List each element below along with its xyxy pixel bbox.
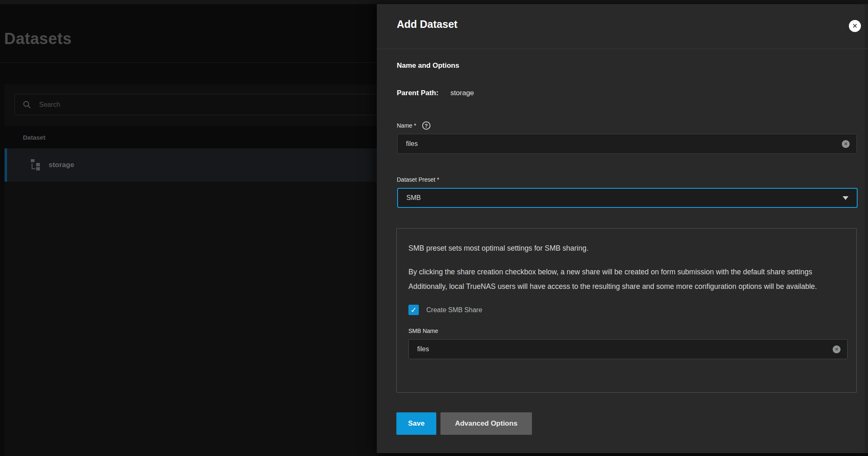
preset-field-label: Dataset Preset * — [397, 176, 439, 183]
screen: Datasets Search Dataset storage — [0, 0, 868, 456]
section-title: Name and Options — [397, 62, 459, 70]
parent-path-value: storage — [450, 89, 474, 97]
smb-name-label: SMB Name — [408, 328, 845, 334]
clear-smb-name-icon[interactable]: ✕ — [833, 345, 841, 353]
parent-path-label: Parent Path: — [397, 89, 438, 97]
preset-label-text: Dataset Preset * — [397, 176, 439, 183]
divider — [0, 62, 377, 63]
clear-name-icon[interactable]: ✕ — [842, 140, 850, 148]
checkmark-icon: ✓ — [411, 306, 417, 314]
form-actions: Save Advanced Options — [396, 412, 532, 435]
dataset-preset-select[interactable]: SMB — [397, 188, 858, 208]
close-button[interactable]: ✕ — [849, 20, 861, 32]
parent-path: Parent Path: storage — [397, 89, 474, 97]
smb-preset-info-box: SMB preset sets most optimal settings fo… — [396, 228, 857, 393]
datasets-card: Search Dataset storage — [5, 84, 377, 456]
advanced-options-button[interactable]: Advanced Options — [440, 412, 532, 435]
preset-selected-value: SMB — [398, 194, 843, 202]
column-header-dataset: Dataset — [23, 134, 45, 141]
name-field-label: Name * ? — [397, 121, 430, 130]
create-smb-share-checkbox[interactable]: ✓ — [408, 305, 419, 315]
clear-glyph: ✕ — [835, 347, 838, 352]
dataset-row-label: storage — [49, 161, 74, 169]
dataset-row-storage[interactable]: storage — [5, 148, 377, 182]
dataset-tree-icon — [30, 159, 42, 171]
clear-glyph: ✕ — [844, 141, 848, 147]
smb-name-input-wrap: ✕ — [408, 339, 848, 359]
add-dataset-panel: Add Dataset ✕ Name and Options Parent Pa… — [377, 4, 868, 453]
chevron-down-icon — [843, 196, 848, 200]
name-input-wrap: ✕ — [397, 134, 857, 154]
create-smb-share-row: ✓ Create SMB Share — [408, 305, 845, 315]
name-input[interactable] — [398, 140, 842, 148]
help-glyph: ? — [425, 123, 428, 129]
smb-name-input[interactable] — [409, 345, 833, 353]
selected-row-accent — [5, 148, 7, 182]
preset-info-line1: SMB preset sets most optimal settings fo… — [408, 241, 845, 256]
dataset-search-box[interactable]: Search — [15, 94, 377, 115]
save-button[interactable]: Save — [396, 412, 436, 435]
name-label-text: Name * — [397, 122, 416, 129]
close-icon: ✕ — [852, 23, 858, 30]
panel-header-divider — [377, 49, 868, 49]
datasets-page: Datasets Search Dataset storage — [0, 4, 377, 456]
panel-title: Add Dataset — [397, 18, 457, 30]
panel-scrollbar[interactable] — [865, 4, 868, 453]
preset-info-line2: By clicking the share creation checkbox … — [408, 265, 845, 294]
table-header-row: Dataset — [5, 126, 377, 148]
search-placeholder: Search — [39, 101, 60, 108]
create-smb-share-label: Create SMB Share — [426, 306, 482, 314]
search-icon — [22, 100, 32, 109]
top-bar — [0, 0, 868, 4]
help-icon[interactable]: ? — [422, 121, 430, 130]
page-title: Datasets — [4, 30, 72, 48]
